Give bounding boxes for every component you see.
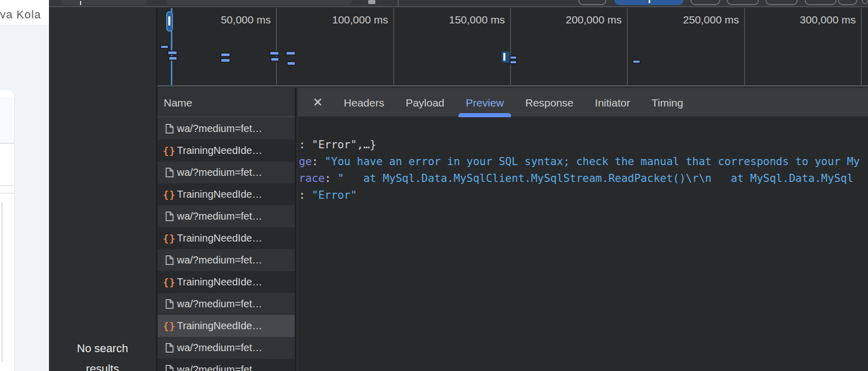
request-name: TrainingNeedIde… — [177, 145, 262, 156]
overview-request-bar — [286, 51, 296, 56]
request-name: TrainingNeedIde… — [177, 189, 262, 200]
request-name: wa/?medium=fet… — [177, 364, 262, 371]
table-row[interactable]: wa/?medium=fet… — [158, 249, 296, 271]
timeline-tick-label: 150,000 ms — [403, 14, 505, 27]
text-cursor — [80, 1, 81, 5]
request-name: wa/?medium=fet… — [177, 342, 262, 354]
request-name: wa/?medium=fet… — [177, 123, 262, 135]
preview-line: ge: "You have an error in your SQL synta… — [299, 153, 868, 170]
divider — [0, 193, 14, 194]
table-row[interactable]: {} TrainingNeedIde… — [158, 140, 296, 162]
json-colon: : — [312, 155, 324, 168]
table-row[interactable]: wa/?medium=fet… — [158, 359, 296, 371]
request-name: wa/?medium=fet… — [177, 298, 262, 310]
table-row[interactable]: wa/?medium=fet… — [158, 337, 296, 359]
filter-pill[interactable] — [765, 0, 798, 5]
document-icon — [162, 167, 177, 178]
request-name: TrainingNeedIde… — [177, 276, 262, 288]
close-icon[interactable]: ✕ — [311, 95, 324, 110]
invert-filter-checkbox[interactable] — [368, 0, 375, 4]
request-name: TrainingNeedIde… — [177, 320, 262, 332]
tab-response[interactable]: Response — [515, 88, 584, 117]
filter-pill-glyph — [649, 0, 650, 3]
json-string-value: " at MySql.Data.MySqlClient.MySqlStream.… — [338, 172, 853, 184]
json-summary: : "Error",…} — [299, 139, 376, 151]
json-braces-icon: {} — [162, 277, 177, 288]
json-braces-icon: {} — [162, 189, 177, 200]
divider — [0, 185, 14, 186]
request-name: wa/?medium=fet… — [177, 254, 262, 266]
json-key: ge — [299, 155, 312, 168]
overview-request-bar — [220, 58, 231, 63]
divider — [2, 202, 3, 362]
timeline-gridline — [744, 8, 745, 87]
background-page: va Kola — [0, 0, 49, 371]
filter-pill[interactable] — [805, 0, 836, 5]
details-tab-bar: ✕ Headers Payload Preview Response Initi… — [298, 88, 868, 117]
json-string-value: "Error" — [312, 189, 357, 201]
search-input[interactable] — [61, 0, 147, 5]
document-icon — [162, 123, 177, 134]
filter-pill[interactable] — [838, 0, 857, 5]
no-search-results-message: No search results — [49, 338, 156, 371]
preview-content[interactable]: : "Error",…} ge: "You have an error in y… — [298, 117, 868, 371]
table-row-selected[interactable]: {} TrainingNeedIde… — [158, 315, 296, 337]
json-string-value: "You have an error in your SQL syntax; c… — [325, 155, 860, 168]
request-name: wa/?medium=fet… — [177, 167, 262, 178]
json-braces-icon: {} — [162, 233, 177, 244]
timeline-gridline — [627, 8, 628, 87]
filter-input[interactable] — [166, 0, 352, 5]
document-icon — [162, 255, 177, 266]
timeline-tick-label: 100,000 ms — [286, 14, 388, 27]
table-row[interactable]: {} TrainingNeedIde… — [158, 271, 296, 293]
overview-drag-handle-grip — [168, 16, 170, 25]
table-row[interactable]: {} TrainingNeedIde… — [158, 227, 296, 249]
tab-initiator[interactable]: Initiator — [585, 88, 641, 117]
filter-pill[interactable] — [578, 0, 606, 5]
json-braces-icon: {} — [162, 145, 177, 156]
request-list-panel: Name wa/?medium=fet… {} TrainingNeedIde…… — [158, 88, 296, 371]
overview-request-bar — [167, 50, 177, 55]
overview-request-bar — [509, 56, 517, 60]
timeline-gridline — [393, 8, 394, 87]
timeline-tick-label: 200,000 ms — [520, 14, 622, 27]
tab-preview[interactable]: Preview — [455, 88, 514, 117]
tab-payload[interactable]: Payload — [395, 88, 454, 117]
background-page-card — [0, 90, 15, 371]
overview-request-bar — [632, 60, 641, 64]
toolbar-divider — [398, 0, 399, 6]
table-row[interactable]: wa/?medium=fet… — [158, 293, 296, 315]
document-icon — [162, 299, 177, 309]
overview-request-bar — [269, 51, 279, 56]
network-overview-timeline[interactable]: 50,000 ms 100,000 ms 150,000 ms 200,000 … — [158, 8, 868, 87]
filter-pill[interactable] — [727, 0, 759, 5]
table-row[interactable]: wa/?medium=fet… — [158, 205, 296, 227]
table-row[interactable]: {} TrainingNeedIde… — [158, 183, 296, 205]
column-header-name[interactable]: Name — [158, 88, 296, 117]
request-details-panel: ✕ Headers Payload Preview Response Initi… — [298, 88, 868, 371]
no-search-results-line1: No search — [49, 338, 156, 359]
more-filters-icon[interactable] — [862, 0, 868, 4]
table-row[interactable]: wa/?medium=fet… — [158, 162, 296, 183]
tab-timing[interactable]: Timing — [641, 88, 693, 117]
timeline-tick-label: 300,000 ms — [754, 14, 856, 27]
timeline-tick-label: 50,000 ms — [169, 14, 271, 27]
background-card-section — [0, 97, 14, 144]
overview-request-bar — [509, 60, 517, 64]
overview-request-bar — [287, 61, 296, 66]
json-colon: : — [325, 172, 338, 184]
overview-selected-request-grip — [503, 53, 505, 61]
overview-request-bar — [160, 45, 169, 49]
timeline-gridline — [276, 8, 277, 87]
request-name: wa/?medium=fet… — [177, 210, 262, 222]
table-row[interactable]: wa/?medium=fet… — [158, 118, 296, 140]
document-icon — [162, 364, 177, 371]
request-name: TrainingNeedIde… — [177, 232, 262, 244]
no-search-results-line2: results — [49, 359, 156, 371]
json-braces-icon: {} — [162, 321, 177, 332]
timeline-tick-label: 250,000 ms — [637, 14, 739, 27]
document-icon — [162, 211, 177, 222]
tab-headers[interactable]: Headers — [334, 88, 394, 117]
filter-pill[interactable] — [691, 0, 720, 5]
timeline-gridline — [510, 8, 511, 87]
